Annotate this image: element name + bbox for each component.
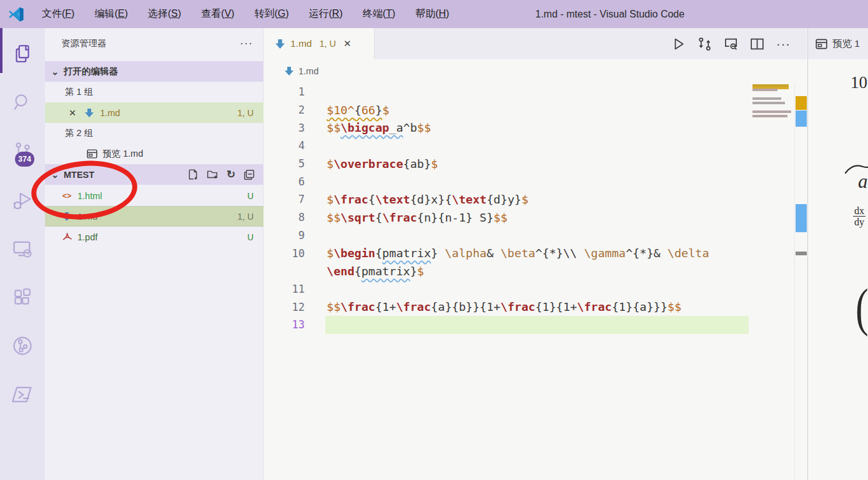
git-status-badge: U: [247, 191, 264, 201]
sidebar-item-git-graph[interactable]: [0, 321, 45, 370]
preview-icon: [816, 38, 827, 50]
code-line-10[interactable]: 10$\begin{pmatrix} \alpha& \beta^{*}\\ \…: [264, 244, 807, 262]
close-icon[interactable]: ✕: [69, 108, 76, 118]
code-line-9[interactable]: 9: [264, 227, 807, 245]
line-number: 10: [264, 247, 305, 260]
tab-dirty-badge: 1, U: [319, 39, 336, 49]
code-line-4[interactable]: 4: [264, 137, 807, 155]
line-number: 5: [264, 157, 305, 170]
code-line-13[interactable]: 13: [264, 316, 807, 334]
code-line-wrap[interactable]: \end{pmatrix}$: [264, 262, 807, 280]
powershell-terminal-icon: [11, 383, 34, 406]
line-number: 6: [264, 175, 305, 188]
markdown-file-icon: [84, 108, 95, 118]
overview-ruler[interactable]: [794, 83, 807, 480]
sidebar-item-search[interactable]: [0, 78, 45, 127]
markdown-file-icon: [284, 66, 295, 76]
more-actions-button[interactable]: ···: [776, 37, 791, 51]
run-debug-icon: [11, 189, 34, 211]
git-status-badge: 1, U: [237, 108, 264, 118]
code-editor[interactable]: 12$10^{66}$3$$\bigcap_a^b$$45$\overbrace…: [264, 83, 807, 480]
overview-ruler-mark: [796, 204, 807, 232]
sidebar-item-extensions[interactable]: [0, 273, 45, 321]
editor-group-1: 1.md 1, U ✕: [264, 28, 807, 480]
editor-group-2-preview: 预览 1 10 a dx dy (: [807, 28, 868, 480]
chevron-down-icon: ⌄: [50, 67, 60, 77]
tab-bar: 1.md 1, U ✕: [264, 28, 807, 59]
tab-close-button[interactable]: ✕: [343, 38, 352, 49]
sidebar-more-actions-button[interactable]: ···: [240, 37, 253, 50]
vscode-window: 文件(F)编辑(E)选择(S)查看(V)转到(G)运行(R)终端(T)帮助(H)…: [0, 0, 868, 480]
tab-preview-1md[interactable]: 预览 1: [808, 28, 868, 59]
menu-f[interactable]: 文件(F): [33, 4, 83, 24]
preview-math-overbrace-letter: a: [858, 170, 868, 193]
file-item-1pdf[interactable]: 1.pdf U: [45, 227, 264, 247]
overview-ruler-mark: [796, 252, 807, 255]
current-line-highlight: [325, 316, 749, 334]
line-number: 2: [264, 104, 305, 116]
open-editors-header[interactable]: ⌄ 打开的编辑器: [45, 61, 264, 82]
activitybar: 374: [0, 28, 45, 480]
line-number: 12: [264, 301, 305, 313]
extensions-icon: [12, 287, 33, 308]
titlebar: 文件(F)编辑(E)选择(S)查看(V)转到(G)运行(R)终端(T)帮助(H)…: [0, 0, 868, 28]
editor-group-1-label: 第 1 组: [45, 82, 264, 102]
menu-r[interactable]: 运行(R): [300, 4, 352, 24]
sidebar-item-explorer[interactable]: [0, 29, 45, 78]
collapse-all-button[interactable]: [244, 169, 255, 180]
line-number: 13: [264, 318, 305, 331]
sidebar-explorer: 资源管理器 ··· ⌄ 打开的编辑器 第 1 组 ✕ 1.md 1, U 第 2…: [45, 28, 264, 480]
line-number: 7: [264, 193, 305, 205]
sidebar-item-source-control[interactable]: 374: [0, 127, 45, 175]
sidebar-title: 资源管理器: [61, 37, 107, 49]
code-line-5[interactable]: 5$\overbrace{ab}$: [264, 155, 807, 173]
menu-t[interactable]: 终端(T): [354, 4, 404, 24]
code-line-12[interactable]: 12$$\frac{1+\frac{a}{b}}{1+\frac{1}{1+\f…: [264, 298, 807, 316]
search-icon: [12, 92, 33, 113]
source-control-badge: 374: [15, 152, 34, 167]
tab-1md[interactable]: 1.md 1, U ✕: [264, 28, 375, 59]
run-file-button[interactable]: [671, 37, 686, 51]
open-editor-item-1md[interactable]: ✕ 1.md 1, U: [45, 102, 264, 123]
code-line-2[interactable]: 2$10^{66}$: [264, 101, 807, 119]
line-number: 1: [264, 86, 305, 98]
open-preview-side-button[interactable]: [724, 37, 738, 51]
menu-e[interactable]: 编辑(E): [86, 4, 136, 24]
overview-ruler-mark: [796, 110, 807, 127]
refresh-button[interactable]: ↻: [227, 170, 235, 179]
sidebar-item-powershell[interactable]: [0, 370, 45, 419]
pdf-file-icon: [61, 232, 72, 242]
editor-actions: ···: [671, 28, 807, 59]
menu-s[interactable]: 选择(S): [139, 4, 190, 24]
overview-ruler-mark: [796, 96, 807, 110]
new-file-button[interactable]: [187, 169, 199, 180]
git-graph-icon: [11, 335, 34, 357]
compare-changes-button[interactable]: [698, 37, 712, 51]
code-line-11[interactable]: 11: [264, 280, 807, 298]
vscode-logo-icon: [8, 6, 24, 22]
code-line-1[interactable]: 1: [264, 83, 807, 101]
code-line-7[interactable]: 7$\frac{\text{d}x}{\text{d}y}$: [264, 190, 807, 208]
line-number: 9: [264, 229, 305, 242]
new-folder-button[interactable]: [207, 169, 219, 180]
markdown-file-icon: [275, 39, 285, 49]
remote-explorer-icon: [11, 237, 34, 260]
files-icon: [12, 43, 33, 64]
code-line-3[interactable]: 3$$\bigcap_a^b$$: [264, 119, 807, 137]
menu-g[interactable]: 转到(G): [245, 4, 297, 24]
line-number: 4: [264, 139, 305, 152]
code-line-6[interactable]: 6: [264, 172, 807, 190]
editor-group-2-label: 第 2 组: [45, 123, 264, 144]
code-line-8[interactable]: 8$$\sqrt{\frac{n}{n-1} S}$$: [264, 208, 807, 227]
minimap[interactable]: [752, 84, 792, 159]
sidebar-item-remote-explorer[interactable]: [0, 224, 45, 273]
preview-math-power: 10: [851, 73, 867, 92]
split-editor-button[interactable]: [750, 37, 764, 51]
git-status-badge: U: [247, 232, 264, 242]
menu-h[interactable]: 帮助(H): [407, 4, 458, 24]
line-number: 3: [264, 122, 305, 134]
preview-icon: [86, 149, 97, 159]
menu-v[interactable]: 查看(V): [192, 4, 243, 24]
line-number: 8: [264, 211, 305, 223]
breadcrumb[interactable]: 1.md: [264, 59, 807, 83]
